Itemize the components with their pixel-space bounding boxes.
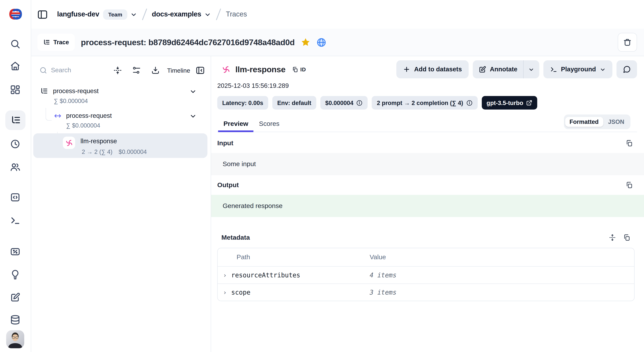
info-icon bbox=[356, 100, 363, 106]
dashboards-icon[interactable] bbox=[10, 85, 20, 95]
info-icon bbox=[466, 100, 473, 106]
model-badge[interactable]: gpt-3.5-turbo bbox=[482, 96, 537, 110]
breadcrumb-separator bbox=[142, 8, 147, 20]
download-icon[interactable] bbox=[151, 66, 160, 74]
comment-bubble-icon bbox=[623, 65, 631, 74]
latency-badge: Latency: 0.00s bbox=[217, 96, 268, 110]
public-globe-icon[interactable] bbox=[316, 37, 327, 47]
playground-button[interactable]: Playground bbox=[543, 60, 612, 78]
metadata-row[interactable]: › scope 3 items bbox=[218, 283, 634, 301]
add-to-datasets-button[interactable]: Add to datasets bbox=[396, 60, 468, 78]
env-badge: Env: default bbox=[272, 96, 316, 110]
datasets-database-icon[interactable] bbox=[10, 314, 20, 325]
user-avatar[interactable] bbox=[6, 330, 24, 348]
playground-label: Playground bbox=[561, 66, 596, 73]
observation-timestamp: 2025-12-03 15:56:19.289 bbox=[217, 82, 637, 91]
node-label: llm-response bbox=[80, 137, 117, 145]
tree-settings-sliders-icon[interactable] bbox=[132, 66, 141, 74]
metadata-label: Metadata bbox=[222, 234, 250, 241]
home-icon[interactable] bbox=[10, 61, 20, 71]
trace-header: Trace process-request: b8789d62464dc7627… bbox=[31, 29, 644, 56]
prompts-file-icon[interactable] bbox=[10, 192, 20, 202]
breadcrumb-project[interactable]: docs-examples bbox=[152, 10, 201, 18]
metadata-value: 4 items bbox=[370, 272, 396, 279]
node-chevron-down-icon[interactable] bbox=[189, 88, 197, 95]
trace-title: process-request: b8789d62464dc7627016d97… bbox=[81, 37, 295, 47]
collapse-all-icon[interactable] bbox=[113, 66, 122, 74]
breadcrumb-traces[interactable]: Traces bbox=[226, 10, 247, 18]
annotate-button[interactable]: Annotate bbox=[473, 60, 523, 78]
bookmark-star-icon[interactable] bbox=[301, 37, 311, 47]
project-chevron-down-icon[interactable] bbox=[204, 11, 211, 18]
output-value: Generated response bbox=[223, 202, 282, 210]
users-icon[interactable] bbox=[10, 162, 20, 172]
tree-node-root[interactable]: process-request ∑ $0.000004 bbox=[31, 86, 207, 104]
tree-node-span[interactable]: process-request ∑ $0.000004 bbox=[31, 110, 207, 129]
annotate-pen-icon bbox=[478, 65, 486, 73]
main-column: langfuse-dev Team docs-examples Traces T… bbox=[31, 0, 644, 352]
annotation-pen-icon[interactable] bbox=[10, 292, 20, 303]
tree-search-input[interactable]: Search bbox=[40, 66, 113, 74]
breadcrumb-org[interactable]: langfuse-dev bbox=[57, 10, 99, 18]
copy-input-button[interactable] bbox=[626, 139, 633, 147]
trace-badge-label: Trace bbox=[53, 39, 69, 45]
metadata-key: scope bbox=[231, 289, 250, 296]
column-path: Path bbox=[223, 254, 250, 261]
preview-content: Input Some input Output bbox=[211, 132, 644, 352]
output-value-box: Generated response bbox=[211, 195, 644, 217]
search-icon bbox=[40, 66, 47, 74]
metadata-table: Path Value › resourceAttributes 4 items bbox=[217, 248, 635, 301]
annotate-dropdown-chevron-icon[interactable] bbox=[524, 60, 539, 78]
copy-output-button[interactable] bbox=[626, 181, 633, 189]
token-usage-badge[interactable]: 2 prompt → 2 completion (∑ 4) bbox=[372, 96, 478, 110]
metadata-value: 3 items bbox=[370, 289, 396, 296]
tracing-icon[interactable] bbox=[10, 115, 21, 126]
copy-id-button[interactable]: ID bbox=[292, 66, 306, 72]
expand-metadata-icon[interactable] bbox=[609, 234, 616, 241]
span-arrows-icon bbox=[54, 112, 62, 120]
breadcrumb-separator bbox=[216, 8, 221, 20]
metadata-key: resourceAttributes bbox=[231, 271, 300, 279]
metadata-row[interactable]: › resourceAttributes 4 items bbox=[218, 267, 634, 284]
format-json[interactable]: JSON bbox=[603, 117, 629, 127]
evaluation-percent-icon[interactable] bbox=[10, 246, 20, 257]
langfuse-app: langfuse-dev Team docs-examples Traces T… bbox=[0, 0, 644, 352]
node-cost: ∑ $0.000004 bbox=[31, 98, 207, 104]
trace-tree-icon bbox=[43, 39, 50, 46]
org-type-badge: Team bbox=[103, 9, 127, 19]
input-label: Input bbox=[217, 139, 234, 147]
tree-toolbar: Search Timeline bbox=[31, 56, 210, 84]
format-formatted[interactable]: Formatted bbox=[565, 117, 603, 127]
delete-trace-button[interactable] bbox=[618, 33, 637, 52]
org-chevron-down-icon[interactable] bbox=[130, 11, 137, 18]
playground-terminal-icon[interactable] bbox=[10, 215, 20, 226]
sessions-clock-icon[interactable] bbox=[10, 139, 20, 149]
tab-scores[interactable]: Scores bbox=[254, 115, 285, 132]
generation-swirl-icon bbox=[222, 65, 230, 74]
terminal-icon bbox=[550, 66, 557, 73]
row-expand-chevron-icon[interactable]: › bbox=[223, 271, 228, 279]
sidebar-toggle-icon[interactable] bbox=[37, 9, 48, 20]
node-chevron-down-icon[interactable] bbox=[189, 112, 197, 120]
timeline-toggle[interactable]: Timeline bbox=[167, 67, 190, 74]
collapse-panel-icon[interactable] bbox=[196, 65, 205, 75]
cost-badge[interactable]: $0.000004 bbox=[320, 96, 368, 110]
comments-button[interactable] bbox=[616, 60, 637, 78]
copy-metadata-button[interactable] bbox=[623, 234, 630, 241]
tree-node-list: process-request ∑ $0.000004 bbox=[31, 84, 210, 352]
row-expand-chevron-icon[interactable]: › bbox=[223, 289, 228, 296]
annotate-button-group: Annotate bbox=[473, 60, 539, 78]
trace-tree-panel: Search Timeline bbox=[31, 56, 211, 352]
tree-node-generation-selected[interactable]: llm-response 2 → 2 (∑ 4) $0.000004 bbox=[33, 133, 208, 158]
observation-title: llm-response bbox=[235, 65, 286, 74]
input-value-box: Some input bbox=[211, 153, 644, 175]
output-label: Output bbox=[217, 181, 239, 189]
external-link-icon bbox=[526, 100, 532, 106]
lightbulb-icon[interactable] bbox=[10, 269, 20, 280]
tab-preview[interactable]: Preview bbox=[218, 115, 254, 132]
left-nav-rail bbox=[0, 0, 31, 352]
search-icon[interactable] bbox=[10, 39, 20, 49]
org-logo-knot-icon[interactable] bbox=[7, 6, 24, 23]
node-label: process-request bbox=[53, 87, 98, 95]
observation-badges: Latency: 0.00s Env: default $0.000004 2 … bbox=[217, 96, 637, 110]
